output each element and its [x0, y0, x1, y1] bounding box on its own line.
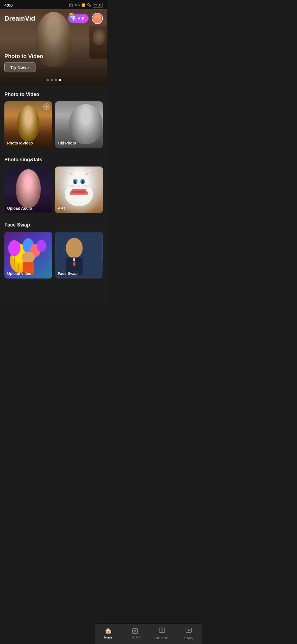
dot-4[interactable]	[59, 79, 61, 81]
svg-point-11	[83, 181, 84, 181]
banner-dots	[0, 79, 107, 81]
svg-point-26	[22, 252, 35, 263]
photo-sing-talk-cards: Upload Audio	[4, 167, 103, 214]
card-upload-audio[interactable]: Upload Audio	[4, 167, 52, 213]
svg-point-20	[8, 240, 20, 256]
svg-point-10	[75, 181, 76, 181]
card-apt[interactable]: APT	[55, 167, 103, 213]
vip-label: VIP	[78, 16, 85, 21]
svg-point-8	[74, 180, 76, 184]
photo-to-video-cards: PhotoToVideo Old Photo	[4, 101, 103, 149]
card-upload-audio-label: Upload Audio	[7, 206, 32, 211]
status-bar: 4:06 📳 ²K/s 🛜 🔌 75 ⚡	[0, 0, 107, 9]
svg-rect-18	[72, 189, 86, 193]
hero-header: DreamVid 👑 💎 VIP	[0, 13, 107, 24]
wifi-icon: 🛜	[81, 3, 86, 7]
dot-2[interactable]	[51, 79, 53, 81]
hero-content: Photo to Video Try Now »	[4, 53, 43, 72]
card-face-swap[interactable]: Face Swap	[55, 232, 103, 279]
section-title-photo-to-video: Photo to Video	[4, 92, 103, 97]
svg-line-24	[18, 262, 19, 272]
app-title: DreamVid	[4, 15, 35, 22]
main-content: Photo to Video PhotoToVideo Old Photo Ph…	[0, 86, 107, 304]
status-icons: 📳 ²K/s 🛜 🔌 75 ⚡	[69, 3, 103, 7]
card-photo-to-video[interactable]: PhotoToVideo	[4, 101, 52, 148]
svg-point-23	[37, 240, 46, 252]
crown-icon: 👑	[69, 12, 74, 17]
section-face-swap: Face Swap	[0, 217, 107, 282]
play-icon	[43, 103, 50, 110]
section-title-face-swap: Face Swap	[4, 222, 103, 228]
hero-side-peek-image	[89, 26, 107, 59]
hero-banner: DreamVid 👑 💎 VIP Photo to Video Try Now …	[0, 9, 107, 86]
status-time: 4:06	[4, 3, 13, 7]
user-avatar[interactable]	[92, 13, 103, 24]
avatar-image	[92, 13, 102, 23]
section-photo-to-video: Photo to Video PhotoToVideo Old Photo	[0, 86, 107, 151]
card-upload-video-label: Upload video	[7, 271, 31, 276]
vip-badge-container[interactable]: 👑 💎 VIP	[68, 14, 89, 23]
section-photo-sing-talk: Photo sing&talk Upload Audio	[0, 151, 107, 217]
card-apt-label: APT	[58, 206, 65, 211]
lightning-icon: ⚡	[98, 3, 102, 7]
dot-3[interactable]	[55, 79, 57, 81]
face-swap-cards: Upload video Face Swap	[4, 232, 103, 280]
card-old-photo-label: Old Photo	[58, 141, 76, 145]
section-title-photo-sing-talk: Photo sing&talk	[4, 157, 103, 163]
card-photo-to-video-label: PhotoToVideo	[7, 141, 33, 145]
battery-indicator: 75 ⚡	[93, 3, 103, 7]
charging-icon: 🔌	[87, 3, 92, 7]
svg-rect-32	[73, 258, 75, 261]
vibrate-icon: 📳	[69, 3, 73, 7]
svg-point-9	[81, 180, 84, 184]
hero-title: Photo to Video	[4, 53, 43, 59]
card-upload-video[interactable]: Upload video	[4, 232, 52, 279]
avatar-figure	[94, 15, 101, 23]
card-face-swap-label: Face Swap	[58, 271, 78, 276]
dot-1[interactable]	[46, 79, 49, 81]
network-speed: ²K/s	[75, 4, 80, 7]
try-now-button[interactable]: Try Now »	[4, 62, 35, 72]
card-old-photo[interactable]: Old Photo	[55, 101, 103, 148]
svg-point-29	[66, 238, 82, 258]
